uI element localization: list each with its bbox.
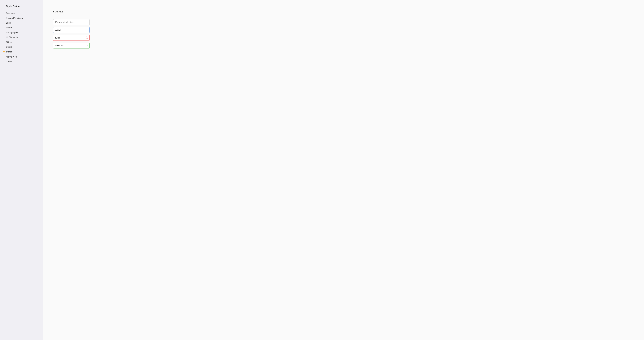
sidebar-item-states[interactable]: States: [0, 49, 43, 54]
sidebar-item-typography[interactable]: Typography: [0, 54, 43, 59]
page-title: States: [53, 10, 634, 14]
input-default[interactable]: [53, 19, 90, 25]
states-container: ⓘ ✓: [53, 19, 90, 48]
input-validated[interactable]: [53, 43, 90, 48]
input-active[interactable]: [53, 27, 90, 33]
sidebar-item-colors[interactable]: Colors: [0, 44, 43, 49]
sidebar-item-overview[interactable]: Overview: [0, 11, 43, 16]
input-error-wrapper: ⓘ: [53, 35, 90, 41]
sidebar-item-ui-elements[interactable]: UI Elements: [0, 35, 43, 40]
sidebar: Style Guide Overview Design Principles L…: [0, 0, 43, 340]
sidebar-nav: Overview Design Principles Logo Brand Ic…: [0, 11, 43, 64]
sidebar-item-brand[interactable]: Brand: [0, 25, 43, 30]
sidebar-item-cards[interactable]: Cards: [0, 59, 43, 64]
input-error[interactable]: [53, 35, 90, 41]
main-content: States ⓘ ✓: [43, 0, 644, 340]
sidebar-title: Style Guide: [0, 5, 43, 11]
sidebar-item-design-principles[interactable]: Design Principles: [0, 16, 43, 20]
sidebar-item-logo[interactable]: Logo: [0, 20, 43, 25]
input-validated-wrapper: ✓: [53, 43, 90, 48]
sidebar-item-iconography[interactable]: Iconography: [0, 30, 43, 35]
sidebar-item-filters[interactable]: Filters: [0, 40, 43, 44]
